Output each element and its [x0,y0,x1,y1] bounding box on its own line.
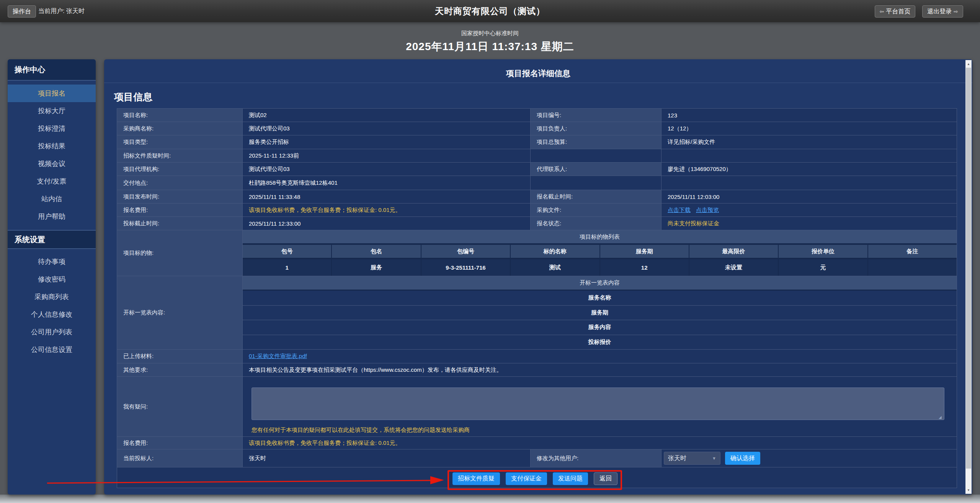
field-value: 12（12） [662,122,957,135]
sidebar-item-company-settings[interactable]: 公司信息设置 [8,341,96,358]
section-title-project-info: 项目信息 [114,91,972,103]
column-header: 最高限价 [689,245,778,258]
scrollbar-thumb[interactable] [966,68,971,469]
sidebar-item-profile-edit[interactable]: 个人信息修改 [8,306,96,323]
field-label: 项目类型: [117,135,243,149]
bidder-select[interactable]: 张天时 ▼ [664,452,720,465]
field-label: 已上传材料: [117,350,243,363]
fee-notice: 该项目免收标书费，免收平台服务费；投标保证金: 0.01元。 [243,203,531,217]
question-row: 我有疑问: ◢ 您有任何对于本项目的疑问都可以在此处填写提交，系统将会把您的问题… [117,377,957,437]
sidebar-item-change-password[interactable]: 修改密码 [8,270,96,288]
table-cell: 12 [599,259,689,276]
field-label: 报名费用: [117,203,243,217]
field-label: 项目负责人: [531,122,662,135]
sidebar-item-pay-invoice[interactable]: 支付/发票 [8,173,96,190]
table-row: 项目代理机构: 测试代理公司03 代理联系人: 廖先进（13469070520） [117,163,957,176]
empty-cell [531,176,662,190]
field-label: 报名截止时间: [531,190,662,203]
sidebar-item-video-meeting[interactable]: 视频会议 [8,155,96,173]
vertical-scrollbar[interactable]: ▲ ▼ [965,60,972,494]
table-row: 交付地点: 杜鹃路858号奥克斯缔壹城12栋401 [117,176,957,190]
field-label: 采购文件: [531,203,662,217]
field-label: 我有疑问: [117,377,243,436]
scroll-down-button[interactable]: ▼ [965,486,972,494]
logout-label: 退出登录 [927,8,952,16]
download-file-link[interactable]: 点击下载 [668,207,691,214]
field-value: 测试代理公司03 [243,122,531,135]
table-row: 采购商名称: 测试代理公司03 项目负责人: 12（12） [117,122,957,135]
back-button[interactable]: 返回 [594,472,617,485]
resize-handle-icon[interactable]: ◢ [939,415,942,419]
pay-deposit-button[interactable]: 支付保证金 [506,472,547,485]
field-label: 当前投标人: [117,449,243,467]
scroll-up-button[interactable]: ▲ [965,60,972,68]
uploaded-file-link[interactable]: 01-采购文件审批表.pdf [249,353,307,360]
field-label: 交付地点: [117,176,243,190]
field-value: 详见招标/采购文件 [662,135,957,149]
sidebar-item-site-mail[interactable]: 站内信 [8,190,96,208]
page-bottom-gradient [0,495,980,503]
sidebar-item-bid-hall[interactable]: 投标大厅 [8,102,96,120]
field-value: 测试代理公司03 [243,163,531,176]
table-cell: 元 [778,259,867,276]
table-row: 报名费用: 该项目免收标书费，免收平台服务费；投标保证金: 0.01元。 采购文… [117,203,957,217]
bidder-row: 当前投标人: 张天时 修改为其他用户: 张天时 ▼ 确认选择 [117,449,957,467]
column-header: 备注 [867,245,957,258]
field-value: 2025/11/11 12:03:00 [662,190,957,203]
table-row: 招标文件质疑时间: 2025-11-11 12:33前 [117,149,957,163]
empty-cell [662,149,957,162]
field-label: 报名费用: [117,437,243,449]
platform-home-label: 平台首页 [886,8,910,16]
field-label: 代理联系人: [531,163,662,176]
triangle-down-icon: ▼ [967,488,970,492]
time-caption: 国家授时中心标准时间 [0,30,980,37]
table-row: 报名费用: 该项目免收标书费，免收平台服务费；投标保证金: 0.01元。 [117,437,957,449]
field-label: 项目标的物: [117,230,243,276]
open-bid-table-title: 开标一览表内容 [243,276,957,291]
column-header: 服务期 [599,245,689,258]
sidebar-item-company-users[interactable]: 公司用户列表 [8,323,96,341]
preview-file-link[interactable]: 点击预览 [696,207,719,214]
sidebar-item-user-help[interactable]: 用户帮助 [8,208,96,225]
table-row: 项目名称: 测试02 项目编号: 123 [117,109,957,122]
send-question-button[interactable]: 发送问题 [553,472,588,485]
open-bid-nested-table: 开标一览表内容 服务名称 服务期 服务内容 投标报价 [243,276,957,349]
main-panel: 项目报名详细信息 项目信息 项目名称: 测试02 项目编号: 123 采购商名称… [104,59,972,495]
company-title: 天时商贸有限公司（测试） [0,0,980,22]
sidebar-item-todo[interactable]: 待办事项 [8,253,96,270]
table-row: 项目发布时间: 2025/11/11 11:33:48 报名截止时间: 2025… [117,190,957,203]
field-value: 杜鹃路858号奥克斯缔壹城12栋401 [243,176,531,190]
open-bid-row: 服务内容 [243,320,957,335]
table-cell: 未设置 [689,259,778,276]
top-bar: 操作台 当前用户: 张天时 天时商贸有限公司（测试） ⇦ 平台首页 退出登录 ⇨ [0,0,980,22]
sidebar-item-project-signup[interactable]: 项目报名 [8,85,96,102]
field-label: 招标文件质疑时间: [117,149,243,162]
open-bid-row: 服务名称 [243,291,957,306]
column-header: 包名 [331,245,420,258]
actions-row: 招标文件质疑 支付保证金 发送问题 返回 [117,467,957,488]
table-cell: 测试 [510,259,599,276]
sidebar-item-purchaser-list[interactable]: 采购商列表 [8,288,96,306]
confirm-select-button[interactable]: 确认选择 [725,452,760,465]
field-label: 报名状态: [531,217,662,230]
standard-time-panel: 国家授时中心标准时间 2025年11月11日 11:37:13 星期二 [0,22,980,59]
open-bid-row: 服务期 [243,306,957,321]
platform-home-button[interactable]: ⇦ 平台首页 [875,5,916,18]
bidder-select-value: 张天时 [668,454,686,462]
fee-notice: 该项目免收标书费，免收平台服务费；投标保证金: 0.01元。 [243,437,957,449]
sidebar: 操作中心 项目报名 投标大厅 投标澄清 投标结果 视频会议 支付/发票 站内信 … [8,59,96,495]
logout-button[interactable]: 退出登录 ⇨ [922,5,963,18]
open-bid-row: 投标报价 [243,335,957,350]
field-label: 投标截止时间: [117,217,243,230]
exit-arrow-icon: ⇨ [954,8,958,15]
project-info-table: 项目名称: 测试02 项目编号: 123 采购商名称: 测试代理公司03 项目负… [117,108,957,488]
sidebar-item-bid-clarify[interactable]: 投标澄清 [8,120,96,137]
table-row: 投标截止时间: 2025/11/11 12:33:00 报名状态: 尚未支付投标… [117,217,957,230]
table-cell: 9-3-251111-716 [421,259,510,276]
field-value: 2025/11/11 12:33:00 [243,217,531,230]
field-value: 服务类公开招标 [243,135,531,149]
column-header: 报价单位 [778,245,867,258]
sidebar-item-bid-result[interactable]: 投标结果 [8,137,96,155]
challenge-documents-button[interactable]: 招标文件质疑 [452,472,500,485]
question-textarea[interactable] [252,387,944,420]
